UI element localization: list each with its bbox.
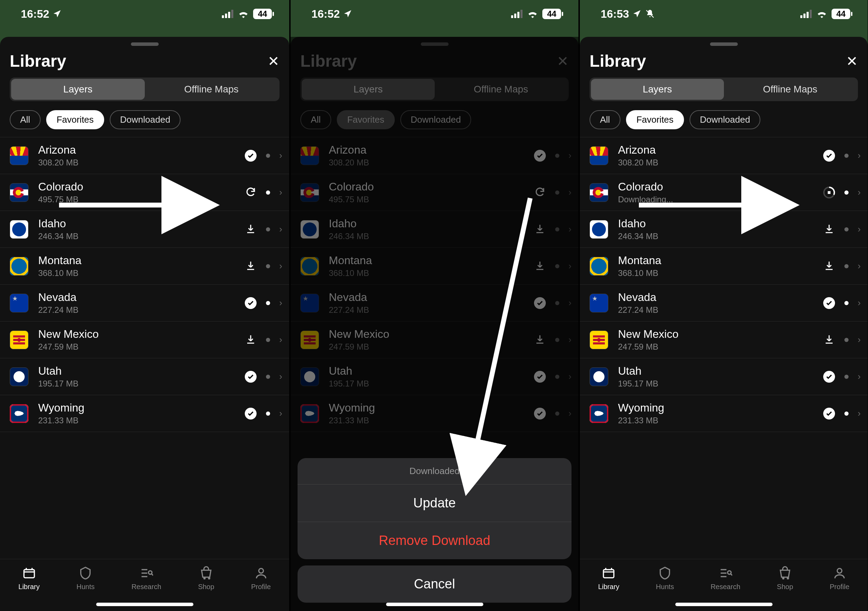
action-update[interactable]: Update [298,485,572,522]
tab-layers[interactable]: Layers [591,79,724,100]
list-item[interactable]: Nevada227.24 MB› [580,285,868,322]
chevron-right-icon[interactable]: › [857,261,861,271]
sheet-grabber[interactable] [131,42,159,46]
chip-all[interactable]: All [10,110,40,129]
segmented-control[interactable]: Layers Offline Maps [10,78,279,101]
list-item-title: Idaho [618,217,823,230]
home-indicator[interactable] [675,603,772,606]
list-item[interactable]: Wyoming231.33 MB› [0,395,289,432]
tab-research[interactable]: Research [132,566,161,591]
list-item[interactable]: Montana368.10 MB› [0,248,289,285]
chip-downloaded[interactable]: Downloaded [690,110,761,129]
chevron-right-icon[interactable]: › [857,408,861,419]
list-item-subtitle: Downloading... [618,194,823,204]
state-flag-icon [589,294,608,312]
chevron-right-icon[interactable]: › [279,408,282,419]
list-item[interactable]: Idaho246.34 MB› [580,211,868,248]
chevron-right-icon[interactable]: › [857,297,861,308]
check-icon[interactable] [245,408,257,420]
list-item[interactable]: Arizona308.20 MB› [580,137,868,174]
tab-offline-maps[interactable]: Offline Maps [145,79,279,100]
list-item-title: Colorado [38,180,245,193]
check-icon[interactable] [823,371,835,382]
download-icon[interactable] [245,334,256,346]
tab-label: Shop [198,583,214,591]
chevron-right-icon[interactable]: › [279,150,282,161]
tab-shop[interactable]: Shop [777,566,794,591]
tab-label: Research [132,583,161,591]
list-item[interactable]: Arizona308.20 MB› [0,137,289,174]
chevron-right-icon[interactable]: › [279,334,282,345]
sheet-grabber[interactable] [710,42,738,46]
check-icon[interactable] [823,150,835,162]
list-item-text: Nevada227.24 MB [618,291,823,315]
list-item[interactable]: Colorado495.75 MB› [0,174,289,211]
close-icon[interactable]: ✕ [846,53,858,69]
tab-profile[interactable]: Profile [251,566,271,591]
chevron-right-icon[interactable]: › [857,224,861,235]
list-item-subtitle: 246.34 MB [618,232,823,241]
list-item[interactable]: Utah195.17 MB› [580,358,868,395]
tab-profile[interactable]: Profile [830,566,849,591]
tab-research[interactable]: Research [711,566,741,591]
list-item[interactable]: Montana368.10 MB› [580,248,868,285]
tab-layers[interactable]: Layers [11,79,145,100]
tab-library[interactable]: Library [598,566,619,591]
check-icon[interactable] [245,297,257,309]
chevron-right-icon[interactable]: › [279,261,282,271]
location-arrow-icon [632,9,642,19]
action-remove-download[interactable]: Remove Download [298,522,572,559]
list-item-title: Wyoming [38,401,245,414]
state-flag-icon [10,331,28,349]
svg-point-6 [204,578,205,579]
download-icon[interactable] [245,260,256,272]
close-icon[interactable]: ✕ [268,53,279,69]
battery-icon: 44 [832,9,850,19]
list-item[interactable]: New Mexico247.59 MB› [580,322,868,358]
list-item[interactable]: New Mexico247.59 MB› [0,322,289,358]
chip-downloaded[interactable]: Downloaded [110,110,181,129]
tab-hunts[interactable]: Hunts [656,566,674,591]
refresh-icon[interactable] [245,186,256,199]
check-icon[interactable] [823,408,835,420]
tab-shop[interactable]: Shop [198,566,214,591]
chevron-right-icon[interactable]: › [279,224,282,235]
tab-offline-maps[interactable]: Offline Maps [724,79,857,100]
check-icon[interactable] [245,150,257,162]
svg-rect-22 [828,191,831,194]
home-indicator[interactable] [386,603,483,606]
chip-favorites[interactable]: Favorites [626,110,684,129]
action-cancel[interactable]: Cancel [298,566,572,603]
download-icon[interactable] [824,334,834,346]
chip-favorites[interactable]: Favorites [46,110,104,129]
list-item-subtitle: 195.17 MB [618,379,823,389]
list-item[interactable]: Nevada227.24 MB› [0,285,289,322]
chevron-right-icon[interactable]: › [279,297,282,308]
chevron-right-icon[interactable]: › [857,371,861,382]
chip-all[interactable]: All [589,110,620,129]
chevron-right-icon[interactable]: › [857,334,861,345]
list-item-title: Arizona [38,143,245,156]
check-icon[interactable] [823,297,835,309]
segmented-control[interactable]: Layers Offline Maps [589,78,858,101]
download-icon[interactable] [824,260,834,272]
list-item[interactable]: Wyoming231.33 MB› [580,395,868,432]
download-icon[interactable] [824,224,834,235]
check-icon[interactable] [245,371,257,382]
list-item-text: Nevada227.24 MB [38,291,245,315]
tab-library[interactable]: Library [19,566,40,591]
chevron-right-icon[interactable]: › [857,150,861,161]
home-indicator[interactable] [96,603,194,606]
status-time: 16:52 [21,8,49,20]
list-item[interactable]: Utah195.17 MB› [0,358,289,395]
progress-icon[interactable] [823,186,835,199]
download-icon[interactable] [245,224,256,235]
chevron-right-icon[interactable]: › [279,371,282,382]
tab-hunts[interactable]: Hunts [76,566,95,591]
list-item[interactable]: ColoradoDownloading...› [580,174,868,211]
list-item-text: Wyoming231.33 MB [38,401,245,425]
chevron-right-icon[interactable]: › [857,187,861,198]
status-dot [845,375,849,379]
list-item[interactable]: Idaho246.34 MB› [0,211,289,248]
chevron-right-icon[interactable]: › [279,187,282,198]
